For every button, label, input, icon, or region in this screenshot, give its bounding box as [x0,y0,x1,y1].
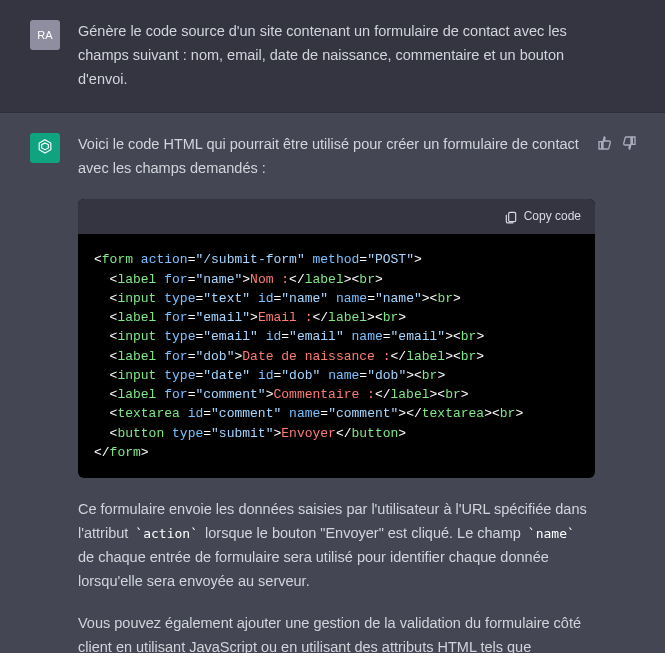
code-block: Copy code <form action="/submit-form" me… [78,199,595,478]
code-header: Copy code [78,199,595,235]
copy-code-button[interactable]: Copy code [524,207,581,227]
svg-rect-0 [508,212,515,221]
clipboard-icon[interactable] [504,210,518,224]
user-avatar: RA [30,20,60,50]
user-avatar-initials: RA [37,29,52,41]
feedback-buttons [597,135,637,151]
assistant-avatar [30,133,60,163]
assistant-message-content: Voici le code HTML qui pourrait être uti… [78,133,635,653]
thumbs-up-icon[interactable] [597,135,613,151]
user-message-text: Génère le code source d'un site contenan… [78,20,635,92]
user-message-row: RA Génère le code source d'un site conte… [0,0,665,113]
assistant-para-1: Ce formulaire envoie les données saisies… [78,498,595,594]
openai-logo-icon [35,138,55,158]
code-content[interactable]: <form action="/submit-form" method="POST… [78,234,595,478]
thumbs-down-icon[interactable] [621,135,637,151]
assistant-para-2: Vous pouvez également ajouter une gestio… [78,612,595,653]
assistant-intro-text: Voici le code HTML qui pourrait être uti… [78,133,595,181]
assistant-message-row: Voici le code HTML qui pourrait être uti… [0,113,665,653]
